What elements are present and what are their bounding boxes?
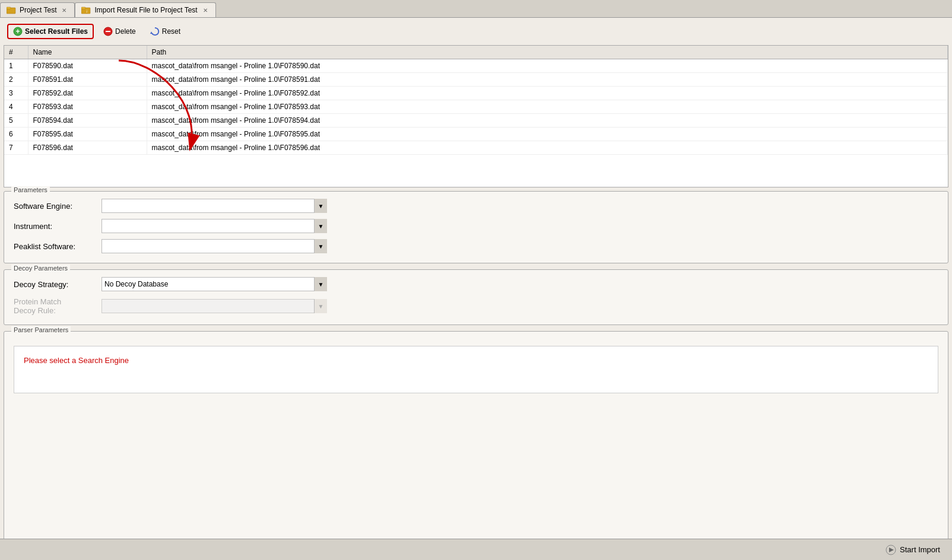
reset-icon [150,27,160,36]
reset-button[interactable]: Reset [145,25,185,38]
instrument-label: Instrument: [14,222,97,231]
software-engine-row: Software Engine: ▼ [14,199,938,213]
cell-path: mascot_data\from msangel - Proline 1.0\F… [147,59,948,73]
software-engine-select[interactable] [101,199,327,213]
cell-name: F078592.dat [28,87,147,100]
col-header-path: Path [147,46,948,59]
cell-name: F078596.dat [28,141,147,155]
reset-label: Reset [162,27,180,36]
protein-match-decoy-rule-label: Protein MatchDecoy Rule: [14,297,97,315]
main-content: + Select Result Files Delete Reset [0,18,952,560]
cell-num: 6 [4,128,28,141]
files-table: # Name Path 1 F078590.dat mascot_data\fr… [4,46,948,155]
decoy-strategy-select[interactable]: No Decoy Database Concatenated Database … [101,277,327,291]
table-header-row: # Name Path [4,46,948,59]
files-table-body: 1 F078590.dat mascot_data\from msangel -… [4,59,948,155]
parser-message: Please select a Search Engine [24,356,129,365]
cell-num: 5 [4,114,28,128]
instrument-select-wrapper: ▼ [101,219,327,233]
svg-rect-3 [81,7,85,9]
svg-rect-1 [7,7,11,9]
cell-path: mascot_data\from msangel - Proline 1.0\F… [147,100,948,114]
peaklist-software-label: Peaklist Software: [14,242,97,251]
select-result-files-button[interactable]: + Select Result Files [7,24,94,39]
col-header-name: Name [28,46,147,59]
delete-button[interactable]: Delete [99,25,141,38]
files-table-container: # Name Path 1 F078590.dat mascot_data\fr… [4,45,948,187]
peaklist-software-select-wrapper: ▼ [101,239,327,253]
peaklist-software-select[interactable] [101,239,327,253]
bottom-bar: Start Import [0,539,952,560]
software-engine-select-wrapper: ▼ [101,199,327,213]
delete-icon [103,27,113,36]
toolbar: + Select Result Files Delete Reset [4,21,948,42]
peaklist-software-row: Peaklist Software: ▼ [14,239,938,253]
tab-project-test-close[interactable]: ✕ [60,7,68,14]
cell-name: F078593.dat [28,100,147,114]
parser-parameters-legend: Parser Parameters [11,326,71,333]
table-row[interactable]: 6 F078595.dat mascot_data\from msangel -… [4,128,948,141]
decoy-parameters-section: Decoy Parameters Decoy Strategy: No Deco… [4,269,948,325]
tab-import-result-label: Import Result File to Project Test [94,6,197,14]
delete-label: Delete [115,27,136,36]
start-import-icon [886,545,896,555]
table-row[interactable]: 4 F078593.dat mascot_data\from msangel -… [4,100,948,114]
cell-path: mascot_data\from msangel - Proline 1.0\F… [147,73,948,87]
cell-num: 2 [4,73,28,87]
col-header-num: # [4,46,28,59]
add-file-icon: + [13,27,23,36]
parameters-section: Parameters Software Engine: ▼ Instrument… [4,191,948,263]
table-row[interactable]: 2 F078591.dat mascot_data\from msangel -… [4,73,948,87]
parser-message-box: Please select a Search Engine [14,346,938,393]
cell-num: 4 [4,100,28,114]
table-row[interactable]: 7 F078596.dat mascot_data\from msangel -… [4,141,948,155]
cell-path: mascot_data\from msangel - Proline 1.0\F… [147,114,948,128]
tab-import-result[interactable]: ↓ Import Result File to Project Test ✕ [75,2,215,17]
cell-name: F078591.dat [28,73,147,87]
decoy-strategy-label: Decoy Strategy: [14,280,97,289]
parser-parameters-section: Parser Parameters Please select a Search… [4,331,948,556]
cell-name: F078590.dat [28,59,147,73]
software-engine-label: Software Engine: [14,202,97,211]
svg-marker-9 [150,31,153,34]
protein-match-decoy-rule-select-wrapper: ▼ [101,299,327,313]
tab-import-result-close[interactable]: ✕ [201,7,210,14]
instrument-row: Instrument: ▼ [14,219,938,233]
table-row[interactable]: 3 F078592.dat mascot_data\from msangel -… [4,87,948,100]
protein-match-decoy-rule-row: Protein MatchDecoy Rule: ▼ [14,297,938,315]
cell-num: 7 [4,141,28,155]
tab-bar: Project Test ✕ ↓ Import Result File to P… [0,0,952,18]
svg-rect-8 [106,31,110,32]
svg-text:+: + [16,27,20,36]
cell-name: F078594.dat [28,114,147,128]
tab-project-test[interactable]: Project Test ✕ [0,2,75,17]
cell-num: 3 [4,87,28,100]
decoy-parameters-legend: Decoy Parameters [11,265,70,272]
table-row[interactable]: 1 F078590.dat mascot_data\from msangel -… [4,59,948,73]
cell-path: mascot_data\from msangel - Proline 1.0\F… [147,128,948,141]
instrument-select[interactable] [101,219,327,233]
folder-icon [7,5,16,15]
decoy-strategy-row: Decoy Strategy: No Decoy Database Concat… [14,277,938,291]
svg-text:↓: ↓ [85,8,88,14]
cell-path: mascot_data\from msangel - Proline 1.0\F… [147,87,948,100]
decoy-strategy-select-wrapper: No Decoy Database Concatenated Database … [101,277,327,291]
start-import-button[interactable]: Start Import [881,542,945,558]
parameters-legend: Parameters [11,186,50,193]
cell-path: mascot_data\from msangel - Proline 1.0\F… [147,141,948,155]
start-import-label: Start Import [900,545,940,554]
cell-name: F078595.dat [28,128,147,141]
folder-import-icon: ↓ [81,5,91,15]
tab-project-test-label: Project Test [20,6,56,14]
protein-match-decoy-rule-select[interactable] [101,299,327,313]
table-row[interactable]: 5 F078594.dat mascot_data\from msangel -… [4,114,948,128]
select-result-files-label: Select Result Files [25,27,88,36]
cell-num: 1 [4,59,28,73]
